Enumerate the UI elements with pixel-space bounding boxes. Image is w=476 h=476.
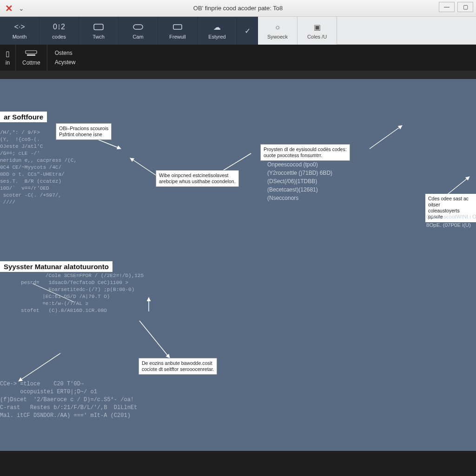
frewull-icon [172,22,183,32]
callout-line: arebcipe whus usithabe coondelon. [159,178,236,185]
svg-line-11 [139,321,170,358]
svg-rect-0 [94,24,103,30]
callout-line: Proysten dl de eysisould codès codes: [264,146,347,152]
toolbar-label: Estyred [208,34,225,40]
toolbar-btn-frewull[interactable]: Frewull [158,17,198,45]
svg-rect-1 [133,25,143,29]
svg-line-8 [370,126,402,149]
toolbar-btn-coles[interactable]: ▣ Coles /U [298,17,337,45]
listing-line: Onpeescocod (tpo0) [267,160,332,169]
toolbar-btn-codes[interactable]: 0⫶2 codes [40,17,79,45]
callout-e: De eozins anbute bawodde.cosit cociote d… [139,358,217,375]
toolbar-label: codes [52,34,66,40]
cam-icon [133,22,143,32]
device-icon [25,50,37,58]
listing-line: (Becetcaest)(12681) [267,185,332,194]
toolbar-btn-sywoeck[interactable]: ☼ Sywoeck [258,17,298,45]
sec-label: Cottme [22,60,40,66]
rect-icon [93,22,104,32]
callout-line: Wibe oinpcned estcinetisolavest [159,172,236,178]
panel-icon: ▣ [314,22,321,32]
code-block-3: CCe-> =tloce C20 T'0D→ ocopuistei ERT0|;… [0,380,137,420]
callout-b: Wibe oinpcned estcinetisolavest arebcipe… [156,170,239,187]
toolbar-btn-check[interactable]: ✓ [237,17,258,45]
toolbar-label: Cam [132,34,143,40]
codes-icon: 0⫶2 [53,22,65,32]
toolbar-spacer [337,17,476,45]
callout-line: cociote dt seitftor serooocenretar. [142,366,214,372]
gear-icon: ☼ [274,22,281,32]
window-titlebar: ✕ ⌄ OB' finprie cood acoder pate: To8 — … [0,0,476,17]
sec-menu-item[interactable]: Ostens [55,50,76,56]
callout-d-sub: OALE–scootWINt i OE 8OpE. (07P0E i(U) [426,212,476,229]
primary-toolbar: <·> Month 0⫶2 codes Twch Cam Frewull ☁ E… [0,17,476,45]
main-canvas: ar Softfoure OBi–Pracions scourois Psfrt… [0,79,476,451]
toolbar-label: Frewull [169,34,185,40]
listing-line: (Nsecconors [267,194,332,202]
callout-line: ouote pxocotess fonsumtrr. [264,152,347,159]
chevron-down-icon[interactable]: ⌄ [19,5,24,12]
sec-btn-in[interactable]: ▯ in [0,45,16,71]
sec-menu-item[interactable]: Acystew [55,59,76,66]
svg-line-12 [19,353,60,381]
toolbar-btn-month[interactable]: <·> Month [0,17,40,45]
minimize-button[interactable]: — [439,2,455,12]
cloud-icon: ☁ [213,22,221,32]
listing-line: (Y2roccettle ()71BD) 6BD) [267,169,332,177]
svg-rect-4 [27,54,35,56]
doc-icon: ▯ [6,49,10,58]
sec-menu: Ostens Acystew [47,45,83,71]
arrows-icon: <·> [14,22,25,32]
section-title-softfoure: ar Softfoure [0,112,47,122]
toolbar-btn-cam[interactable]: Cam [119,17,158,45]
secondary-toolbar: ▯ in Cottme Ostens Acystew [0,45,476,71]
sec-btn-cottme[interactable]: Cottme [16,45,47,71]
toolbar-label: Sywoeck [267,34,288,40]
toolbar-btn-estyred[interactable]: ☁ Estyred [198,17,237,45]
toolbar-label: Month [13,34,27,40]
callout-line: Cdes odee sast ac oitser [428,196,473,208]
sec-label: in [6,60,10,66]
footer-strip [0,451,476,476]
svg-rect-2 [173,25,182,29]
code-block-2: /Cole 3CSE=FPOR / (/2E2=!/D),125 pesrd= … [21,272,144,314]
maximize-button[interactable]: ▢ [457,2,473,12]
check-icon: ✓ [245,26,251,36]
listing-line: (DSect(/06)|1TDBB) [267,177,332,185]
toolbar-label: Coles /U [307,34,327,40]
callout-line: De eozins anbute bawodde.cosit [142,360,214,366]
section-title-syysster: Syysster Matunar alatotuuronto [0,261,112,272]
close-icon[interactable]: ✕ [4,3,14,14]
svg-rect-3 [26,51,37,53]
listing-line: OALE–scootWINt i OE [426,212,476,221]
code-block-1: /H/,*: / 9/F> (Y, !{co5-(. OJeste J/atl'… [0,129,77,206]
code-listing: Onpeescocod (tpo0) (Y2roccettle ()71BD) … [267,160,332,202]
toolbar-label: Twch [93,34,105,40]
window-title: OB' finprie cood acoder pate: To8 [0,5,476,12]
toolbar-btn-twch[interactable]: Twch [79,17,119,45]
listing-line: 8OpE. (07P0E i(U) [426,221,476,229]
callout-c: Proysten dl de eysisould codès codes: ou… [260,144,350,161]
